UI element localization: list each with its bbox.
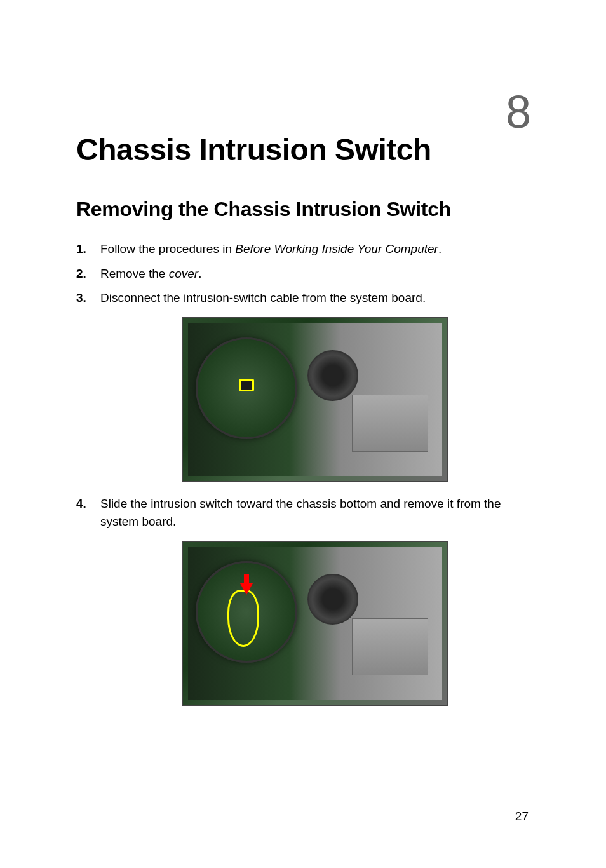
- step-2-link[interactable]: cover: [169, 267, 198, 280]
- step-1-text-post: .: [438, 242, 441, 255]
- section-heading: Removing the Chassis Intrusion Switch: [76, 198, 530, 221]
- step-4-text: Slide the intrusion switch toward the ch…: [100, 497, 501, 529]
- chapter-number: 8: [506, 86, 531, 138]
- step-1: Follow the procedures in Before Working …: [76, 240, 530, 259]
- figure-slide-switch: [182, 541, 448, 706]
- step-3: Disconnect the intrusion-switch cable fr…: [76, 289, 530, 482]
- step-4: Slide the intrusion switch toward the ch…: [76, 495, 530, 706]
- figure-arrow-down-icon: [240, 583, 253, 595]
- figure-cable-disconnect: [182, 317, 448, 482]
- figure-switch-path-highlight: [227, 590, 259, 647]
- figure-fan-icon: [307, 574, 358, 625]
- figure-drive-bay: [352, 618, 428, 675]
- figure-drive-bay: [352, 395, 428, 452]
- step-1-text-pre: Follow the procedures in: [100, 242, 235, 255]
- step-2-text-post: .: [198, 267, 201, 280]
- procedure-steps: Follow the procedures in Before Working …: [76, 240, 530, 706]
- step-2-text-pre: Remove the: [100, 267, 169, 280]
- chapter-title: Chassis Intrusion Switch: [76, 132, 530, 167]
- step-1-link[interactable]: Before Working Inside Your Computer: [235, 242, 438, 255]
- figure-fan-icon: [307, 350, 358, 401]
- step-3-text: Disconnect the intrusion-switch cable fr…: [100, 291, 426, 304]
- step-2: Remove the cover.: [76, 265, 530, 283]
- page-number: 27: [515, 810, 529, 824]
- figure-cable-highlight: [239, 379, 254, 391]
